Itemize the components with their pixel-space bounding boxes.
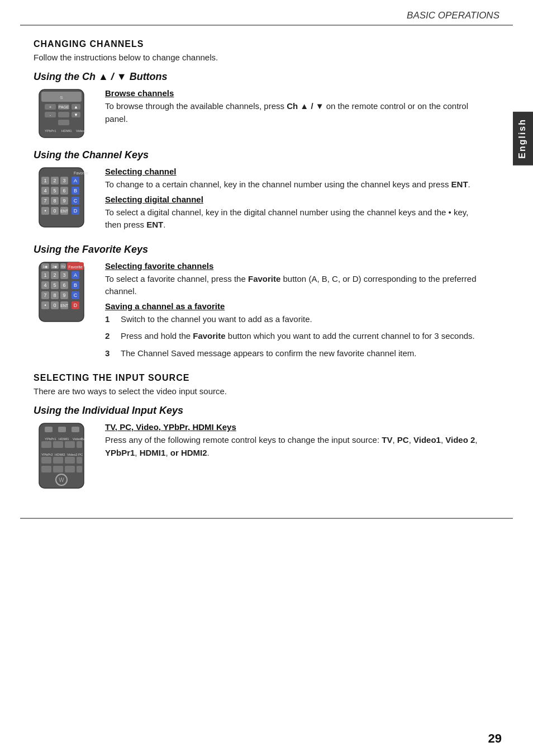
svg-text:1◉: 1◉ — [43, 265, 47, 268]
svg-text:Video2: Video2 — [67, 453, 78, 456]
channel-keys-remote-svg: Favorite 1 2 3 A 4 5 6 B 7 — [34, 167, 89, 228]
svg-text:HDMI2: HDMI2 — [55, 453, 65, 456]
svg-text:1: 1 — [44, 178, 46, 183]
svg-text:D: D — [74, 208, 78, 214]
step-3: 3 The Channel Saved message appears to c… — [105, 347, 479, 360]
subsection-title-ch-buttons: Using the Ch ▲ / ▼ Buttons — [34, 71, 479, 83]
svg-text:YPbPr1: YPbPr1 — [45, 437, 56, 441]
svg-text:4: 4 — [44, 282, 46, 288]
image-favorite-keys: Favorite 1◉ 2◉ TV 1 2 3 A 4 5 — [34, 261, 95, 324]
subsection-title-individual-input: Using the Individual Input Keys — [34, 405, 479, 417]
section-title-selecting-input: SELECTING THE INPUT SOURCE — [34, 373, 479, 383]
step-3-text: The Channel Saved message appears to con… — [121, 347, 416, 360]
link-selecting-channel: Selecting channel — [105, 167, 479, 176]
link-browse-channels: Browse channels — [105, 88, 479, 98]
section-intro-selecting-input: There are two ways to select the video i… — [34, 386, 479, 396]
svg-text:PC: PC — [78, 453, 83, 456]
input-keys-remote-svg: YPbPr1 HDMI1 Video1 TV YPbPr2 HDMI2 — [34, 422, 89, 489]
subsection-row-favorite-keys: Favorite 1◉ 2◉ TV 1 2 3 A 4 5 — [34, 261, 479, 365]
svg-text:•: • — [44, 208, 46, 214]
body-selecting-favorite-channels: To select a favorite channel, press the … — [105, 273, 479, 298]
svg-text:7: 7 — [44, 292, 46, 298]
svg-rect-103 — [65, 441, 75, 448]
svg-text:•: • — [44, 303, 46, 308]
svg-rect-113 — [41, 466, 51, 472]
subsection-row-channel-keys: Favorite 1 2 3 A 4 5 6 B 7 — [34, 167, 479, 235]
svg-text:2: 2 — [53, 178, 56, 183]
svg-text:0: 0 — [53, 208, 56, 214]
content-individual-input: TV, PC, Video, YPbPr, HDMI Keys Press an… — [105, 422, 479, 462]
step-3-num: 3 — [105, 347, 121, 360]
svg-text:HDMI1: HDMI1 — [59, 437, 69, 441]
svg-text:YPbPr2: YPbPr2 — [41, 453, 53, 456]
svg-text:S: S — [60, 95, 63, 100]
link-saving-favorite: Saving a channel as a favorite — [105, 301, 479, 311]
svg-text:TV: TV — [61, 265, 65, 268]
bottom-rule — [20, 518, 513, 519]
svg-text:9: 9 — [63, 198, 65, 204]
svg-rect-109 — [41, 457, 51, 464]
image-ch-buttons: S + PAGE ▲ - — [34, 88, 95, 140]
section-selecting-input: SELECTING THE INPUT SOURCE There are two… — [34, 373, 479, 491]
top-header: BASIC OPERATIONS — [0, 0, 533, 21]
link-selecting-digital-channel: Selecting digital channel — [105, 195, 479, 204]
svg-text:1: 1 — [44, 272, 46, 278]
step-1-num: 1 — [105, 313, 121, 326]
body-selecting-channel: To change to a certain channel, key in t… — [105, 178, 479, 191]
step-2: 2 Press and hold the Favorite button whi… — [105, 330, 479, 343]
svg-rect-111 — [65, 457, 75, 464]
ch-buttons-remote-svg: S + PAGE ▲ - — [34, 88, 89, 139]
side-tab-english: English — [513, 112, 533, 166]
step-1: 1 Switch to the channel you want to add … — [105, 313, 479, 326]
step-2-num: 2 — [105, 330, 121, 343]
body-selecting-digital-channel: To select a digital channel, key in the … — [105, 206, 479, 231]
page-wrapper: English BASIC OPERATIONS CHANGING CHANNE… — [0, 0, 533, 756]
section-changing-channels: CHANGING CHANNELS Follow the instruction… — [34, 39, 479, 364]
subsection-title-favorite-keys: Using the Favorite Keys — [34, 244, 479, 256]
link-tv-pc-video-keys: TV, PC, Video, YPbPr, HDMI Keys — [105, 422, 479, 432]
favorite-keys-remote-svg: Favorite 1◉ 2◉ TV 1 2 3 A 4 5 — [34, 261, 89, 323]
subsection-row-individual-input: YPbPr1 HDMI1 Video1 TV YPbPr2 HDMI2 — [34, 422, 479, 491]
section-title-changing-channels: CHANGING CHANNELS — [34, 39, 479, 49]
svg-rect-95 — [58, 427, 66, 432]
svg-text:C: C — [74, 292, 78, 298]
svg-text:8: 8 — [53, 292, 56, 298]
svg-text:B: B — [74, 282, 77, 288]
svg-rect-116 — [77, 466, 82, 472]
svg-text:PAGE: PAGE — [59, 105, 69, 109]
body-browse-channels: To browse through the available channels… — [105, 100, 479, 125]
svg-rect-114 — [53, 466, 63, 472]
svg-text:Favorite: Favorite — [68, 265, 82, 269]
svg-text:A: A — [74, 178, 77, 183]
image-individual-input: YPbPr1 HDMI1 Video1 TV YPbPr2 HDMI2 — [34, 422, 95, 491]
svg-rect-96 — [72, 427, 79, 432]
svg-text:A: A — [74, 272, 77, 278]
svg-rect-11 — [58, 112, 69, 117]
section-intro-changing-channels: Follow the instructions below to change … — [34, 53, 479, 62]
page-number: 29 — [488, 731, 502, 746]
svg-text:7: 7 — [44, 198, 46, 204]
step-1-text: Switch to the channel you want to add as… — [121, 313, 312, 326]
svg-text:6: 6 — [63, 188, 65, 193]
subsection-title-channel-keys: Using the Channel Keys — [34, 149, 479, 161]
svg-text:4: 4 — [44, 188, 46, 193]
image-channel-keys: Favorite 1 2 3 A 4 5 6 B 7 — [34, 167, 95, 230]
svg-text:+: + — [49, 105, 51, 109]
subsection-row-ch-buttons: S + PAGE ▲ - — [34, 88, 479, 140]
svg-text:5: 5 — [53, 282, 56, 288]
svg-text:0: 0 — [53, 303, 56, 308]
svg-text:Video1: Video1 — [76, 129, 87, 133]
svg-rect-101 — [41, 441, 51, 448]
svg-text:▲: ▲ — [74, 105, 78, 110]
svg-text:TV: TV — [80, 437, 85, 441]
content-ch-buttons: Browse channels To browse through the av… — [105, 88, 479, 129]
svg-text:9: 9 — [63, 292, 65, 298]
svg-text:C: C — [74, 198, 78, 204]
svg-rect-94 — [45, 427, 53, 432]
svg-text:B: B — [74, 188, 77, 193]
svg-text:ENT: ENT — [60, 209, 69, 213]
svg-text:6: 6 — [63, 282, 65, 288]
svg-rect-115 — [65, 466, 75, 472]
svg-rect-14 — [58, 120, 69, 125]
content-favorite-keys: Selecting favorite channels To select a … — [105, 261, 479, 365]
